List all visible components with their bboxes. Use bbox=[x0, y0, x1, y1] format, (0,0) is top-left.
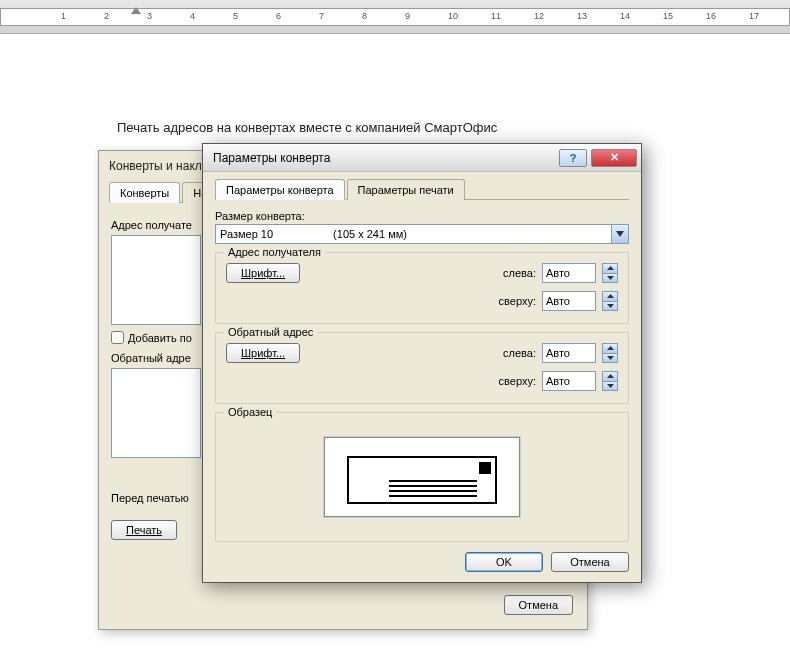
recipient-top-spinner[interactable] bbox=[602, 291, 618, 311]
ruler-tick: 17 bbox=[749, 11, 759, 21]
print-button-label: Печать bbox=[126, 524, 162, 536]
return-top-spinner[interactable] bbox=[602, 371, 618, 391]
return-left-input[interactable]: Авто bbox=[542, 343, 596, 363]
spin-up-icon[interactable] bbox=[603, 264, 617, 274]
recipient-font-button[interactable]: Шрифт... bbox=[226, 263, 300, 283]
envelope-size-label: Размер конверта: bbox=[215, 210, 629, 222]
ruler-tick: 11 bbox=[491, 11, 501, 21]
ruler-tick: 2 bbox=[104, 11, 109, 21]
fg-titlebar: Параметры конверта ? ✕ bbox=[203, 144, 641, 172]
recipient-left-label: слева: bbox=[494, 267, 536, 279]
help-icon: ? bbox=[570, 152, 577, 164]
ruler-tick: 3 bbox=[147, 11, 152, 21]
envelope-size-combo[interactable]: Размер 10 (105 x 241 мм) bbox=[215, 224, 629, 244]
envelope-options-dialog: Параметры конверта ? ✕ Параметры конверт… bbox=[202, 143, 642, 583]
ruler-tick: 7 bbox=[319, 11, 324, 21]
document-heading: Печать адресов на конвертах вместе с ком… bbox=[117, 120, 497, 135]
spin-down-icon[interactable] bbox=[603, 382, 617, 391]
recipient-top-input[interactable]: Авто bbox=[542, 291, 596, 311]
return-address-group: Обратный адрес Шрифт... слева: Авто свер… bbox=[215, 332, 629, 404]
spin-up-icon[interactable] bbox=[603, 372, 617, 382]
recipient-group-legend: Адрес получателя bbox=[224, 246, 325, 258]
stamp-icon bbox=[479, 462, 491, 474]
return-left-label: слева: bbox=[494, 347, 536, 359]
cancel-button[interactable]: Отмена bbox=[551, 552, 629, 572]
envelope-icon bbox=[347, 456, 497, 504]
ruler-tick: 15 bbox=[663, 11, 673, 21]
spin-down-icon[interactable] bbox=[603, 274, 617, 283]
spin-up-icon[interactable] bbox=[603, 344, 617, 354]
ruler-tick: 8 bbox=[362, 11, 367, 21]
recipient-left-spinner[interactable] bbox=[602, 263, 618, 283]
ruler-tick: 10 bbox=[448, 11, 458, 21]
return-top-label: сверху: bbox=[494, 375, 536, 387]
ruler-tick: 5 bbox=[233, 11, 238, 21]
preview-group: Образец bbox=[215, 412, 629, 542]
add-postage-checkbox[interactable] bbox=[111, 331, 124, 344]
close-button[interactable]: ✕ bbox=[591, 149, 637, 167]
close-icon: ✕ bbox=[610, 151, 619, 164]
recipient-address-group: Адрес получателя Шрифт... слева: Авто св… bbox=[215, 252, 629, 324]
ruler-tick: 16 bbox=[706, 11, 716, 21]
return-left-spinner[interactable] bbox=[602, 343, 618, 363]
ok-button[interactable]: OK bbox=[465, 552, 543, 572]
add-postage-label: Добавить по bbox=[128, 332, 192, 344]
ruler-area: 1234567891011121314151617 bbox=[0, 0, 790, 34]
ruler-tick: 9 bbox=[405, 11, 410, 21]
tab-envelope-options[interactable]: Параметры конверта bbox=[215, 179, 345, 200]
recipient-left-input[interactable]: Авто bbox=[542, 263, 596, 283]
before-print-label: Перед печатью bbox=[111, 492, 189, 504]
recipient-top-label: сверху: bbox=[494, 295, 536, 307]
help-button[interactable]: ? bbox=[559, 149, 587, 167]
indent-marker-icon[interactable] bbox=[131, 7, 141, 14]
ruler-tick: 13 bbox=[577, 11, 587, 21]
chevron-down-icon[interactable] bbox=[611, 225, 628, 243]
spin-up-icon[interactable] bbox=[603, 292, 617, 302]
preview-legend: Образец bbox=[224, 406, 276, 418]
print-button[interactable]: Печать bbox=[111, 520, 177, 540]
ruler-tick: 6 bbox=[276, 11, 281, 21]
tab-print-options[interactable]: Параметры печати bbox=[347, 179, 465, 200]
fg-dialog-title: Параметры конверта bbox=[213, 151, 555, 165]
address-lines-icon bbox=[389, 480, 477, 500]
dialog-footer: OK Отмена bbox=[465, 552, 629, 572]
ruler: 1234567891011121314151617 bbox=[0, 8, 790, 26]
return-font-button[interactable]: Шрифт... bbox=[226, 343, 300, 363]
ruler-tick: 12 bbox=[534, 11, 544, 21]
tab-envelopes[interactable]: Конверты bbox=[109, 182, 180, 203]
spin-down-icon[interactable] bbox=[603, 354, 617, 363]
envelope-size-dim: (105 x 241 мм) bbox=[333, 228, 407, 240]
return-group-legend: Обратный адрес bbox=[224, 326, 317, 338]
ruler-tick: 14 bbox=[620, 11, 630, 21]
return-top-input[interactable]: Авто bbox=[542, 371, 596, 391]
fg-tabstrip: Параметры конверта Параметры печати bbox=[215, 178, 629, 200]
recipient-address-textarea[interactable] bbox=[111, 235, 201, 325]
bg-cancel-button[interactable]: Отмена bbox=[504, 595, 573, 615]
envelope-size-value: Размер 10 bbox=[220, 228, 273, 240]
envelope-preview bbox=[324, 437, 520, 517]
ruler-tick: 1 bbox=[61, 11, 66, 21]
return-address-textarea[interactable] bbox=[111, 368, 201, 458]
ruler-tick: 4 bbox=[190, 11, 195, 21]
spin-down-icon[interactable] bbox=[603, 302, 617, 311]
